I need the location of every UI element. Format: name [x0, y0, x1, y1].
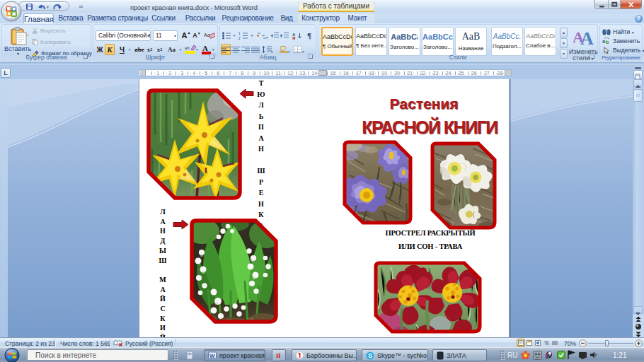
svg-text:▾: ▾	[266, 35, 268, 40]
svg-text:A: A	[580, 28, 594, 46]
svg-text:W: W	[209, 353, 215, 359]
svg-text:b: b	[606, 40, 609, 45]
svg-text:S: S	[368, 352, 372, 359]
svg-text:1: 1	[238, 32, 241, 35]
svg-text:А: А	[202, 45, 208, 52]
svg-text:▾: ▾	[196, 47, 198, 52]
svg-text:Aa: Aa	[204, 33, 210, 37]
svg-text:▾: ▾	[212, 47, 214, 52]
svg-text:аб: аб	[185, 46, 190, 50]
svg-text:2: 2	[238, 37, 241, 40]
svg-text:Я: Я	[292, 36, 295, 40]
svg-text:▾: ▾	[47, 5, 49, 9]
